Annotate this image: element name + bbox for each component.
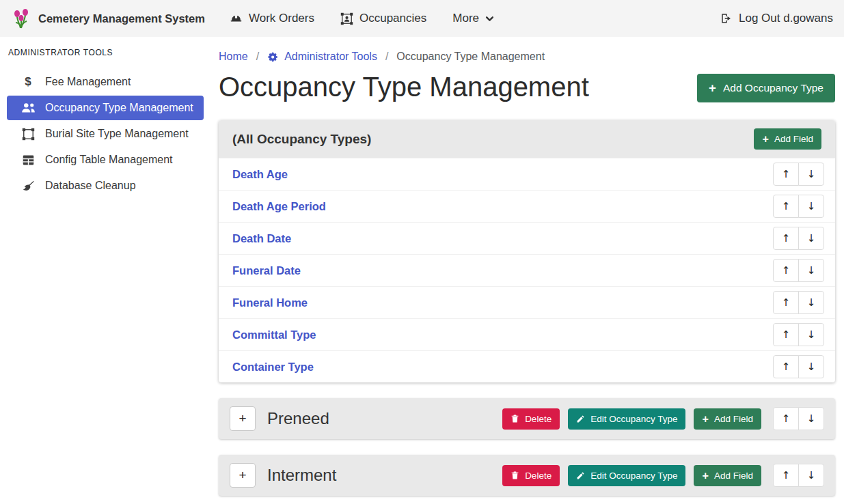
- move-down-button[interactable]: ↓: [798, 355, 824, 378]
- sidebar-item-burial-site-type-management[interactable]: Burial Site Type Management: [7, 122, 204, 146]
- reorder-buttons: ↑ ↓: [773, 355, 824, 378]
- reorder-buttons: ↑ ↓: [773, 195, 824, 218]
- brand-title: Cemetery Management System: [38, 12, 205, 25]
- expand-button[interactable]: +: [230, 463, 256, 488]
- edit-occupancy-type-button[interactable]: Edit Occupancy Type: [568, 408, 685, 430]
- move-down-button[interactable]: ↓: [798, 163, 824, 186]
- users-icon: [21, 102, 36, 114]
- nav-occupancies[interactable]: Occupancies: [340, 12, 426, 25]
- reorder-buttons: ↑ ↓: [773, 259, 824, 282]
- move-up-button[interactable]: ↑: [773, 355, 799, 378]
- all-types-card-header: (All Occupancy Types) + Add Field: [219, 120, 835, 158]
- sidebar-item-fee-management[interactable]: $ Fee Management: [7, 70, 204, 94]
- move-up-button[interactable]: ↑: [773, 195, 799, 218]
- dollar-icon: $: [21, 75, 36, 89]
- sidebar-item-config-table-management[interactable]: Config Table Management: [7, 148, 204, 172]
- field-row: Committal Type ↑ ↓: [219, 318, 835, 350]
- plus-icon: +: [702, 471, 708, 481]
- field-row: Container Type ↑ ↓: [219, 350, 835, 382]
- field-row: Death Age ↑ ↓: [219, 158, 835, 190]
- move-down-button[interactable]: ↓: [798, 464, 824, 487]
- trash-icon: [511, 471, 519, 480]
- gear-icon: [267, 51, 279, 63]
- move-up-button[interactable]: ↑: [773, 259, 799, 282]
- section-title: Interment: [267, 466, 502, 485]
- move-up-button[interactable]: ↑: [773, 464, 799, 487]
- nav-work-orders[interactable]: Work Orders: [230, 12, 314, 25]
- logout-button[interactable]: Log Out d.gowans: [720, 12, 833, 25]
- field-link-death-age[interactable]: Death Age: [232, 168, 288, 181]
- sidebar-nav: $ Fee Management Occupancy Type Manageme…: [0, 70, 212, 198]
- plus-icon: +: [709, 83, 716, 94]
- breadcrumb-current: Occupancy Type Management: [396, 51, 545, 63]
- title-row: Occupancy Type Management + Add Occupanc…: [219, 68, 835, 105]
- pencil-icon: [576, 471, 585, 480]
- breadcrumb: Home / Administrator Tools / Occupancy T…: [219, 51, 835, 63]
- move-down-button[interactable]: ↓: [798, 323, 824, 346]
- move-down-button[interactable]: ↓: [798, 291, 824, 314]
- hard-hat-icon: [230, 12, 243, 25]
- delete-button[interactable]: Delete: [502, 465, 560, 486]
- all-types-card-title: (All Occupancy Types): [232, 132, 371, 147]
- breadcrumb-separator: /: [256, 51, 259, 63]
- pencil-icon: [576, 415, 585, 423]
- reorder-buttons: ↑ ↓: [773, 464, 824, 487]
- sidebar-heading: ADMINISTRATOR TOOLS: [0, 40, 212, 60]
- reorder-buttons: ↑ ↓: [773, 407, 824, 430]
- section-title: Preneed: [267, 409, 502, 428]
- plus-icon: +: [762, 134, 768, 144]
- sign-out-icon: [720, 12, 733, 25]
- nav-more[interactable]: More: [452, 12, 494, 25]
- sidebar: ADMINISTRATOR TOOLS $ Fee Management Occ…: [0, 37, 212, 496]
- move-up-button[interactable]: ↑: [773, 227, 799, 250]
- burial-site-icon: [21, 128, 36, 141]
- sidebar-item-occupancy-type-management[interactable]: Occupancy Type Management: [7, 96, 204, 120]
- field-link-committal-type[interactable]: Committal Type: [232, 328, 316, 341]
- field-link-funeral-home[interactable]: Funeral Home: [232, 296, 308, 309]
- move-down-button[interactable]: ↓: [798, 407, 824, 430]
- reorder-buttons: ↑ ↓: [773, 163, 824, 186]
- add-occupancy-type-button[interactable]: + Add Occupancy Type: [697, 74, 835, 102]
- page-title: Occupancy Type Management: [219, 68, 589, 105]
- field-row: Death Age Period ↑ ↓: [219, 190, 835, 222]
- move-up-button[interactable]: ↑: [773, 163, 799, 186]
- move-down-button[interactable]: ↓: [798, 195, 824, 218]
- field-link-death-age-period[interactable]: Death Age Period: [232, 200, 326, 213]
- tulips-logo-icon: [11, 8, 31, 29]
- reorder-buttons: ↑ ↓: [773, 227, 824, 250]
- delete-button[interactable]: Delete: [502, 408, 560, 430]
- field-link-funeral-date[interactable]: Funeral Date: [232, 264, 301, 277]
- table-icon: [21, 154, 36, 166]
- breadcrumb-admin-tools[interactable]: Administrator Tools: [267, 51, 377, 63]
- reorder-buttons: ↑ ↓: [773, 323, 824, 346]
- move-up-button[interactable]: ↑: [773, 323, 799, 346]
- reorder-buttons: ↑ ↓: [773, 291, 824, 314]
- sidebar-item-database-cleanup[interactable]: Database Cleanup: [7, 173, 204, 198]
- trash-icon: [511, 414, 519, 423]
- all-occupancy-types-card: (All Occupancy Types) + Add Field Death …: [219, 120, 835, 382]
- field-link-container-type[interactable]: Container Type: [232, 361, 314, 374]
- field-link-death-date[interactable]: Death Date: [232, 232, 291, 245]
- add-field-button[interactable]: + Add Field: [694, 408, 761, 430]
- main-content: Home / Administrator Tools / Occupancy T…: [212, 37, 844, 496]
- edit-occupancy-type-button[interactable]: Edit Occupancy Type: [568, 465, 685, 486]
- breadcrumb-separator: /: [385, 51, 388, 63]
- field-row: Death Date ↑ ↓: [219, 222, 835, 254]
- broom-icon: [21, 180, 36, 193]
- chevron-down-icon: [485, 14, 494, 23]
- add-field-button[interactable]: + Add Field: [754, 128, 821, 150]
- expand-button[interactable]: +: [230, 406, 256, 431]
- add-field-button[interactable]: + Add Field: [694, 465, 761, 486]
- plus-icon: +: [702, 414, 708, 424]
- section-preneed: + Preneed Delete: [219, 398, 835, 439]
- navbar-brand[interactable]: Cemetery Management System: [11, 8, 205, 29]
- move-down-button[interactable]: ↓: [798, 227, 824, 250]
- move-down-button[interactable]: ↓: [798, 259, 824, 282]
- top-navbar: Cemetery Management System Work Orders: [0, 0, 844, 37]
- field-row: Funeral Home ↑ ↓: [219, 286, 835, 318]
- field-row: Funeral Date ↑ ↓: [219, 254, 835, 286]
- move-up-button[interactable]: ↑: [773, 407, 799, 430]
- breadcrumb-home[interactable]: Home: [219, 51, 248, 63]
- move-up-button[interactable]: ↑: [773, 291, 799, 314]
- navbar-links: Work Orders Occupancies More: [230, 12, 494, 25]
